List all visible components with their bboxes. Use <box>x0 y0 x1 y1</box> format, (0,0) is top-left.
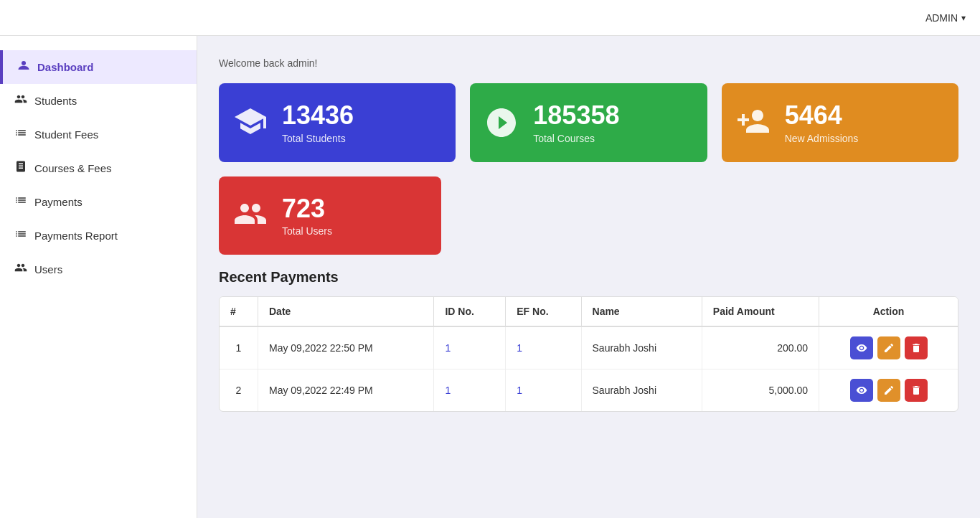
total-courses-label: Total Courses <box>533 133 619 144</box>
table-row: 2 May 09,2022 22:49 PM 1 1 Saurabh Joshi… <box>220 369 958 412</box>
main-content: Welcome back admin! 13436 Total Students <box>197 36 980 518</box>
sidebar-item-payments-report[interactable]: Payments Report <box>0 219 197 253</box>
users-icon <box>14 261 27 278</box>
delete-button[interactable] <box>905 336 928 359</box>
cell-num: 1 <box>220 326 258 369</box>
col-paid-amount: Paid Amount <box>702 297 819 326</box>
sidebar-item-student-fees[interactable]: Student Fees <box>0 118 197 151</box>
admin-menu[interactable]: ADMIN <box>925 12 966 24</box>
cell-name: Saurabh Joshi <box>581 369 702 412</box>
total-students-value: 13436 <box>282 101 354 130</box>
edit-button[interactable] <box>877 336 900 359</box>
student-fees-icon <box>14 126 27 143</box>
gear-icon <box>484 105 519 140</box>
graduation-icon <box>233 104 268 141</box>
sidebar-label-users: Users <box>34 263 62 276</box>
cell-ef-no: 1 <box>506 326 581 369</box>
sidebar-label-courses-fees: Courses & Fees <box>34 162 112 174</box>
stat-cards-row-2: 723 Total Users <box>219 176 958 255</box>
cell-num: 2 <box>220 369 258 412</box>
sidebar-label-dashboard: Dashboard <box>37 61 93 73</box>
cell-date: May 09,2022 22:49 PM <box>258 369 434 412</box>
students-icon <box>14 93 27 109</box>
cell-date: May 09,2022 22:50 PM <box>258 326 434 369</box>
sidebar-item-dashboard[interactable]: Dashboard <box>0 50 197 84</box>
view-button[interactable] <box>850 379 873 402</box>
card-total-users: 723 Total Users <box>219 176 441 255</box>
layout: Dashboard Students Student Fees Courses … <box>0 36 980 518</box>
view-button[interactable] <box>850 336 873 359</box>
recent-payments-title: Recent Payments <box>219 269 958 286</box>
col-date: Date <box>258 297 434 326</box>
add-user-icon <box>736 104 771 141</box>
sidebar: Dashboard Students Student Fees Courses … <box>0 36 197 518</box>
payments-table: # Date ID No. EF No. Name Paid Amount Ac… <box>220 297 958 411</box>
cell-ef-no: 1 <box>506 369 581 412</box>
edit-button[interactable] <box>877 379 900 402</box>
card-users-info: 723 Total Users <box>282 194 332 237</box>
card-students-info: 13436 Total Students <box>282 101 354 144</box>
cell-id-no: 1 <box>434 326 506 369</box>
svg-point-0 <box>22 61 26 65</box>
total-users-value: 723 <box>282 194 332 223</box>
col-action: Action <box>819 297 958 326</box>
users-group-icon <box>233 197 268 234</box>
col-id-no: ID No. <box>434 297 506 326</box>
card-new-admissions: 5464 New Admissions <box>722 83 958 162</box>
table-row: 1 May 09,2022 22:50 PM 1 1 Saurabh Joshi… <box>220 326 958 369</box>
new-admissions-value: 5464 <box>785 101 859 130</box>
table-header-row: # Date ID No. EF No. Name Paid Amount Ac… <box>220 297 958 326</box>
card-admissions-info: 5464 New Admissions <box>785 101 859 144</box>
stat-cards-row: 13436 Total Students 185358 Total Course… <box>219 83 958 162</box>
cell-paid-amount: 5,000.00 <box>702 369 819 412</box>
new-admissions-label: New Admissions <box>785 133 859 144</box>
sidebar-label-payments: Payments <box>34 196 83 208</box>
sidebar-item-students[interactable]: Students <box>0 84 197 118</box>
sidebar-item-payments[interactable]: Payments <box>0 185 197 219</box>
delete-button[interactable] <box>905 379 928 402</box>
topbar: ADMIN <box>0 0 980 36</box>
sidebar-item-users[interactable]: Users <box>0 253 197 286</box>
sidebar-label-students: Students <box>34 95 77 107</box>
col-name: Name <box>581 297 702 326</box>
sidebar-label-payments-report: Payments Report <box>34 230 118 242</box>
total-courses-value: 185358 <box>533 101 619 130</box>
col-ef-no: EF No. <box>506 297 581 326</box>
card-total-courses: 185358 Total Courses <box>470 83 707 162</box>
cell-name: Saurabh Joshi <box>581 326 702 369</box>
payments-icon <box>14 194 27 210</box>
card-courses-info: 185358 Total Courses <box>533 101 619 144</box>
total-users-label: Total Users <box>282 225 332 237</box>
sidebar-item-courses-fees[interactable]: Courses & Fees <box>0 151 197 185</box>
col-hash: # <box>220 297 258 326</box>
total-students-label: Total Students <box>282 133 354 144</box>
cell-action <box>819 369 958 412</box>
welcome-text: Welcome back admin! <box>219 57 958 69</box>
cell-id-no: 1 <box>434 369 506 412</box>
dashboard-icon <box>17 59 30 75</box>
courses-fees-icon <box>14 160 27 176</box>
sidebar-label-student-fees: Student Fees <box>34 128 98 141</box>
cell-paid-amount: 200.00 <box>702 326 819 369</box>
card-total-students: 13436 Total Students <box>219 83 456 162</box>
payments-report-icon <box>14 227 27 244</box>
cell-action <box>819 326 958 369</box>
payments-table-wrapper: # Date ID No. EF No. Name Paid Amount Ac… <box>219 296 958 412</box>
